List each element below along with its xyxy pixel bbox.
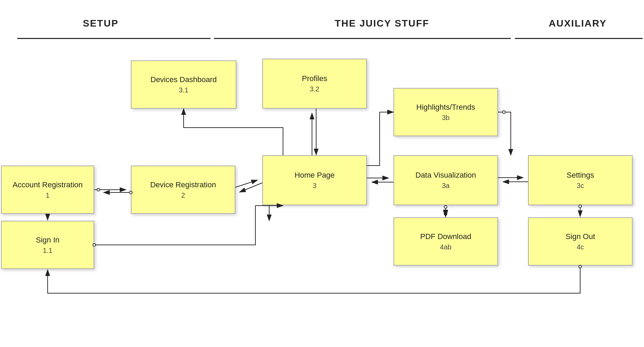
- svg-point-23: [444, 206, 447, 208]
- svg-point-4: [97, 188, 100, 191]
- pdf-download-title: PDF Download: [420, 232, 471, 241]
- data-visualization-box: Data Visualization 3a: [393, 155, 498, 205]
- highlights-trends-number: 3b: [442, 114, 449, 122]
- device-registration-box: Device Registration 2: [131, 166, 235, 214]
- pdf-download-number: 4ab: [440, 243, 451, 251]
- highlights-trends-box: Highlights/Trends 3b: [393, 88, 498, 136]
- svg-point-17: [502, 111, 505, 113]
- svg-line-8: [235, 180, 257, 187]
- setup-line: [17, 38, 211, 39]
- svg-point-19: [444, 212, 447, 215]
- sign-out-title: Sign Out: [566, 232, 595, 241]
- account-registration-box: Account Registration 1: [1, 166, 94, 214]
- profiles-box: Profiles 3.2: [262, 59, 367, 109]
- account-registration-title: Account Registration: [13, 180, 83, 189]
- pdf-download-box: PDF Download 4ab: [393, 217, 498, 266]
- device-registration-number: 2: [181, 191, 185, 199]
- settings-title: Settings: [567, 171, 594, 180]
- home-page-number: 3: [313, 182, 316, 190]
- devices-dashboard-number: 3.1: [179, 86, 188, 94]
- data-visualization-number: 3a: [442, 182, 449, 190]
- settings-number: 3c: [577, 182, 584, 190]
- account-registration-number: 1: [46, 191, 49, 199]
- profiles-title: Profiles: [302, 74, 327, 83]
- sign-in-number: 1.1: [43, 247, 52, 255]
- auxiliary-line: [515, 38, 643, 39]
- profiles-number: 3.2: [310, 85, 320, 93]
- sign-out-number: 4c: [577, 243, 584, 251]
- diagram-container: SETUP THE JUICY STUFF AUXILIARY Devices …: [0, 0, 644, 347]
- setup-header: SETUP: [83, 18, 118, 29]
- svg-point-29: [579, 265, 582, 268]
- home-page-title: Home Page: [294, 171, 334, 180]
- sign-in-box: Sign In 1.1: [1, 221, 94, 269]
- sign-in-title: Sign In: [36, 236, 60, 245]
- auxiliary-header: AUXILIARY: [549, 18, 607, 29]
- svg-point-25: [579, 205, 582, 208]
- device-registration-title: Device Registration: [150, 180, 216, 189]
- svg-line-9: [240, 183, 262, 192]
- juicy-line: [214, 38, 511, 39]
- settings-box: Settings 3c: [528, 155, 633, 205]
- juicy-header: THE JUICY STUFF: [335, 18, 429, 29]
- devices-dashboard-title: Devices Dashboard: [150, 75, 217, 84]
- data-visualization-title: Data Visualization: [416, 171, 476, 180]
- home-page-box: Home Page 3: [262, 155, 367, 205]
- devices-dashboard-box: Devices Dashboard 3.1: [131, 60, 236, 109]
- sign-out-box: Sign Out 4c: [528, 217, 633, 266]
- highlights-trends-title: Highlights/Trends: [416, 103, 475, 112]
